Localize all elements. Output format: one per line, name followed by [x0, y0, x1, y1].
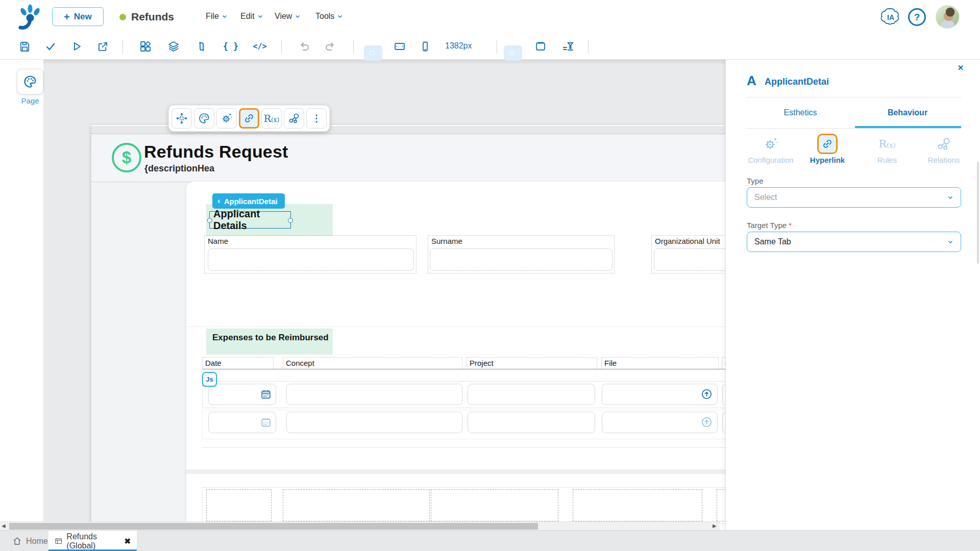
tab-behaviour[interactable]: Behaviour [854, 108, 961, 117]
subtab-rules[interactable]: R(x) Rules [861, 134, 914, 164]
canvas-horizontal-scrollbar[interactable]: ◀ ▶ [0, 521, 720, 530]
concept-input-row1[interactable] [286, 384, 462, 405]
close-tab-icon[interactable]: ✖ [124, 537, 131, 546]
expenses-header-row: Date Concept Project File Currency [202, 357, 769, 369]
calendar-icon[interactable] [260, 417, 272, 428]
scrollbar-thumb[interactable] [9, 523, 538, 530]
column-header-file[interactable]: File [601, 357, 719, 369]
ai-assistant-button[interactable]: IA [878, 7, 903, 28]
subtab-configuration[interactable]: Configuration [744, 134, 797, 164]
tablet-view-button[interactable] [390, 37, 409, 56]
container-button[interactable] [531, 37, 550, 56]
hyperlink-button[interactable] [239, 108, 259, 129]
redo-button[interactable] [321, 37, 339, 56]
preview-play-button[interactable] [67, 37, 86, 56]
column-header-project[interactable]: Project [467, 357, 597, 369]
empty-grid-cell[interactable] [431, 489, 558, 521]
calendar-icon[interactable] [260, 389, 272, 400]
user-avatar[interactable] [936, 5, 959, 29]
column-header-date[interactable]: Date [202, 357, 274, 369]
tab-esthetics[interactable]: Esthetics [747, 108, 854, 117]
phone-view-button[interactable] [416, 37, 434, 56]
subtab-hyperlink[interactable]: Hyperlink [801, 134, 854, 164]
chevron-down-icon [257, 13, 263, 19]
filter-sort-button[interactable] [559, 37, 577, 56]
dollar-icon: $ [112, 143, 141, 172]
project-input-row1[interactable] [468, 384, 595, 405]
widgets-button[interactable] [136, 37, 155, 56]
validate-button[interactable] [41, 37, 60, 56]
page-nav-label[interactable]: Page [17, 96, 43, 105]
project-input-row2[interactable] [468, 412, 595, 433]
close-panel-icon[interactable]: ✕ [954, 61, 967, 74]
form-subtitle[interactable]: {descriptionHea [144, 163, 214, 174]
expenses-table-bottom-border [202, 447, 769, 448]
target-type-select[interactable]: Same Tab [747, 232, 961, 252]
rules-button[interactable]: R(x) [261, 108, 282, 129]
selection-handle-left[interactable] [207, 218, 212, 223]
form-title[interactable]: Refunds Request [144, 142, 288, 162]
export-button[interactable] [93, 37, 112, 56]
save-button[interactable] [15, 37, 34, 56]
flow-connector-button[interactable] [192, 37, 211, 56]
field-cell-name[interactable]: Name [204, 235, 416, 273]
empty-grid-cell[interactable] [573, 489, 702, 521]
upload-icon[interactable] [701, 388, 713, 400]
page-esthetics-button[interactable] [17, 69, 43, 94]
scroll-left-arrow[interactable]: ◀ [2, 523, 6, 529]
file-input-row1[interactable] [602, 384, 718, 405]
type-select[interactable]: Select [747, 187, 961, 208]
desktop-view-button[interactable] [364, 45, 382, 61]
esthetics-palette-button[interactable] [194, 108, 214, 129]
configuration-gear-button[interactable] [216, 108, 237, 129]
section2-title[interactable]: Expenses to be Reimbursed [212, 333, 329, 343]
undo-button[interactable] [295, 37, 313, 56]
viewport-width-value[interactable]: 1382px [445, 41, 472, 51]
rules-rx-icon: R(x) [861, 134, 914, 154]
breadcrumb-chip[interactable]: ‹ ApplicantDetai [212, 193, 285, 209]
name-input[interactable] [208, 248, 414, 271]
form-header-band[interactable]: $ Refunds Request {descriptionHea [91, 134, 769, 182]
menu-file[interactable]: File [206, 12, 228, 21]
layers-button[interactable] [164, 37, 183, 56]
tab-home[interactable]: Home [5, 531, 55, 551]
column-header-concept[interactable]: Concept [283, 357, 462, 369]
js-script-badge[interactable]: Js [202, 372, 217, 387]
more-options-button[interactable]: ⋮ [306, 108, 327, 129]
menu-edit[interactable]: Edit [240, 12, 263, 21]
design-canvas: $ Refunds Request {descriptionHea Applic… [43, 60, 725, 521]
app-window: $ Refunds Request {descriptionHea Applic… [0, 0, 980, 551]
braces-button[interactable]: { } [222, 37, 240, 56]
panel-divider [747, 97, 961, 97]
form-structure-button[interactable] [504, 45, 522, 61]
menu-view[interactable]: View [275, 12, 301, 21]
source-code-button[interactable]: </> [251, 37, 269, 56]
home-icon [12, 536, 22, 546]
selection-handle-right[interactable] [288, 218, 293, 223]
relations-icon [917, 134, 970, 154]
app-logo[interactable] [18, 4, 42, 31]
chevron-down-icon [222, 13, 228, 19]
relations-button[interactable] [284, 108, 304, 129]
file-input-row2[interactable] [602, 412, 718, 433]
panel-widget-title: ApplicantDetai [765, 77, 829, 87]
menu-tools[interactable]: Tools [315, 12, 343, 21]
help-button[interactable]: ? [908, 8, 926, 26]
main-toolbar: { } </> [0, 34, 980, 60]
upload-icon[interactable] [701, 416, 713, 428]
field-cell-surname[interactable]: Surname [428, 235, 615, 273]
concept-input-row2[interactable] [286, 412, 462, 433]
selected-section-title[interactable]: Applicant Details [209, 211, 291, 229]
empty-grid-cell[interactable] [206, 489, 272, 521]
new-button[interactable]: + New [52, 7, 104, 26]
panel-scrollbar[interactable] [977, 162, 979, 264]
move-widget-button[interactable] [172, 108, 192, 129]
surname-input[interactable] [430, 248, 612, 271]
subtab-relations[interactable]: Relations [917, 134, 970, 164]
form-tab-icon [55, 537, 62, 546]
tab-refunds-global[interactable]: Refunds (Global) ✖ [48, 531, 137, 551]
widget-floating-toolbar: R(x) ⋮ [168, 105, 330, 132]
form-body-card: Applicant Details Name Surname Organizat… [186, 182, 769, 551]
empty-grid-cell[interactable] [283, 489, 430, 521]
scroll-right-arrow[interactable]: ▶ [713, 523, 717, 529]
